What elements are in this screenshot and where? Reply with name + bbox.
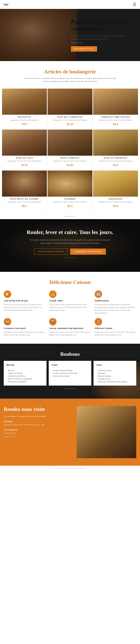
delicious-item-title: Délicieuse Cuisson xyxy=(95,327,112,330)
visit-title: Rendez nous visite xyxy=(4,406,73,412)
delicious-item: 🚚 Livraison à votre porte Sample text. C… xyxy=(4,318,45,336)
bonbons-list-item: Pain aux bananes xyxy=(96,374,134,378)
delicious-item-title: Aucune commande trop importante xyxy=(49,327,83,330)
delicious-item: 🍞 Cuit au four frais du jour Notre pain … xyxy=(4,290,45,314)
bonbons-card-title: Autre xyxy=(96,364,134,368)
bakery-card-price: $1.8 xyxy=(93,204,138,208)
bonbons-image-credit: Image de Freepik xyxy=(4,388,136,389)
bakery-card-image xyxy=(2,88,47,115)
package-icon: 📦 xyxy=(49,318,57,326)
delicious-item-text: Sample text. Click to select the text bo… xyxy=(4,331,45,336)
bonbons-list-item: Barre à l'avoine et au gingembre xyxy=(6,378,44,380)
bonbons-list-item: Scones au beurre aux fruits frais xyxy=(51,372,89,374)
bakery-card-price: $4.5 xyxy=(93,122,138,126)
visit-bread-image xyxy=(77,406,136,458)
delicious-item-text: Notre pain est cuit frais du jour, ne co… xyxy=(4,303,45,312)
dark-section: Rouler, lever et cuire. Tous les jours. … xyxy=(0,219,140,272)
bakery-section: Articles de boulangerie Duis aute irure … xyxy=(0,61,140,219)
bakery-card-name: BAGUETTE xyxy=(4,116,45,118)
order-now-button[interactable]: COMMANDEZ MAINTENANT xyxy=(70,248,106,255)
bakery-card-desc: Sample text. Click to select the Text El… xyxy=(95,201,136,203)
delivery-icon: 🚚 xyxy=(4,318,11,326)
bakery-card-name: CÉRÉALES MÉLANGÉES xyxy=(95,116,136,118)
bakery-card-desc: Sample text. Click to select the Text El… xyxy=(50,201,90,203)
bakery-card-name: PAIN AU FROMAGE xyxy=(95,157,136,159)
delicious-item-text: Sample text. Click to select the text bo… xyxy=(49,331,91,336)
bonbons-list-item: Pouding au pain xyxy=(96,378,134,380)
visit-phone: 1 (548) 011 di 20 xyxy=(4,432,73,434)
bonbons-list-item: Pépites de chocolat xyxy=(6,372,44,374)
bonbons-list-item: Promotions saisonnières xyxy=(6,380,44,383)
bakery-card-image xyxy=(48,130,92,156)
bakery-card: CROISSANT Sample text. Click to select t… xyxy=(93,170,138,211)
delicious-item-text: Sample text. Click to select the text bo… xyxy=(95,331,136,336)
bakery-card: BAGUETTE Baguette au levain en petite qu… xyxy=(2,88,47,129)
hero-background-image xyxy=(0,9,77,61)
bonbons-list-item: Scones faits à la main xyxy=(51,374,89,378)
bonbons-card: Biscuits BiscuitsPépites de chocolatAvoi… xyxy=(4,361,47,386)
bakery-card-price: $3.55 xyxy=(2,164,47,167)
hero-title: Pains frais, gâteaux et viennoiseries xyxy=(71,18,134,32)
bakery-card-price: $4.5 xyxy=(2,122,47,126)
building-icon: 🏢 xyxy=(95,290,102,298)
logo: logo xyxy=(4,3,9,6)
fork-icon: 🍴 xyxy=(95,318,102,326)
bakery-card-desc: Baguette au levain en petite quantité. xyxy=(4,119,45,122)
bakery-card: PAIN AU LAIT Sample text. Click to selec… xyxy=(2,130,47,170)
bakery-card-price: $5.25 xyxy=(48,122,92,126)
hero-subtitle: Nibh venenatis cras sed felis eget velit… xyxy=(71,34,134,40)
bakery-card-name: PAIN AU LAIT xyxy=(4,157,45,159)
bakery-card: CINABRE Sample text. Click to select the… xyxy=(47,170,93,211)
delicious-item-title: Cuit au four frais du jour xyxy=(4,300,28,302)
delicious-item-title: Livraison à votre porte xyxy=(4,327,26,330)
bakery-card-image xyxy=(93,170,138,196)
bonbons-list-item: Galettes de saison xyxy=(96,369,134,372)
delicious-title: Délicieuse Cuisson xyxy=(4,279,136,285)
bakery-card-name: PAIN HAUT DE GAMME xyxy=(4,198,45,200)
bonbons-card-title: Biscuits xyxy=(6,364,44,368)
bakery-card-price: $5.5 xyxy=(93,164,138,167)
bakery-section-subtitle: Duis aute irure dolor in reprehenderit i… xyxy=(23,77,117,83)
dark-section-buttons: VOIR LE MENU COMPLET COMMANDEZ MAINTENAN… xyxy=(4,248,136,255)
delicious-item: 🍴 Délicieuse Cuisson Sample text. Click … xyxy=(95,318,136,336)
delicious-item-text: Nous desservons un large éventail d'inst… xyxy=(95,303,136,314)
dark-section-image-credit: Image de Freepik xyxy=(29,256,111,259)
hero-content: Pains frais, gâteaux et viennoiseries Ni… xyxy=(71,18,134,52)
bonbons-list-item: Scone au beurre classique xyxy=(51,369,89,372)
dark-section-text: En matière de pain et de sandwichs, fraî… xyxy=(29,238,111,245)
hero-section: Pains frais, gâteaux et viennoiseries Ni… xyxy=(0,9,140,61)
bakery-card: PAIN HAUT DE GAMME Sample text. Click to… xyxy=(2,170,47,211)
bonbons-list-item: Barres aux canneberges et aux pacanes xyxy=(96,380,134,383)
header: logo ☰ xyxy=(0,0,140,9)
bakery-card-image xyxy=(2,170,47,196)
bakery-card: PAIN DE CAMPAGNE Sample text. Click to s… xyxy=(47,88,93,129)
visit-phone-label: TÉLÉPHONE xyxy=(4,429,73,431)
bakery-card-desc: Sample text. Click to select the Text El… xyxy=(4,201,45,203)
footer-text: Sample text. Click to select the Text El… xyxy=(4,468,136,470)
visit-hours: Du lundi au samedi 7:30 - 17:00 Dimanche… xyxy=(4,424,73,426)
bakery-card-desc: Sample text. Click to select the Text El… xyxy=(95,160,136,162)
hero-cta-button[interactable]: EN SAVOIR PLUS xyxy=(71,46,97,52)
delicious-item: 💰 Grande valeur Avec les prix les plus c… xyxy=(49,290,91,314)
view-menu-button[interactable]: VOIR LE MENU COMPLET xyxy=(34,248,68,255)
bonbons-list: BiscuitsPépites de chocolatAvoine Noix D… xyxy=(6,369,44,383)
delicious-item-title: Établissements xyxy=(95,300,109,302)
bakery-card-price: $2.45 xyxy=(48,164,92,167)
bakery-card-image xyxy=(93,130,138,156)
value-icon: 💰 xyxy=(49,290,57,298)
bonbons-list: Galettes de saisonTartelettesPain aux ba… xyxy=(96,369,134,383)
bakery-card-desc: Sample text. Click to select the Text El… xyxy=(4,160,45,162)
visit-section: Rendez nous visite 137 dock Street, 27 A… xyxy=(0,398,140,466)
delicious-section: Délicieuse Cuisson 🍞 Cuit au four frais … xyxy=(0,272,140,344)
bakery-card-price: $6.5 xyxy=(2,204,47,208)
bread-icon: 🍞 xyxy=(4,290,11,298)
hamburger-icon[interactable]: ☰ xyxy=(133,2,136,7)
bakery-grid: BAGUETTE Baguette au levain en petite qu… xyxy=(0,85,140,215)
hero-image-credit: Image de Freepik xyxy=(71,42,134,44)
visit-address: 137 dock Street, 27 Avenue, New York, NY… xyxy=(4,415,73,418)
bakery-card-image xyxy=(93,88,138,115)
bonbons-list-item: Tartelettes xyxy=(96,372,134,374)
bakery-card: PAIN COMPLET Sample text. Click to selec… xyxy=(47,130,93,170)
bakery-card-image xyxy=(48,88,92,115)
bonbons-card-title: scones xyxy=(51,364,89,368)
